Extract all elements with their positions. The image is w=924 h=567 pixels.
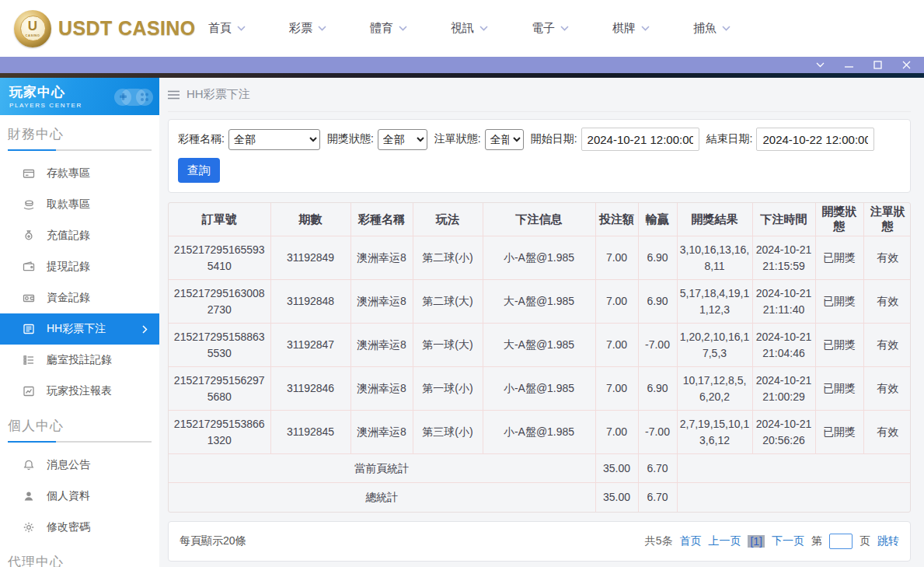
search-button[interactable]: 查詢: [178, 158, 220, 183]
cell-order-status: 有效: [863, 411, 911, 454]
cell-draw-status: 已開獎: [815, 324, 863, 367]
page-jump-input[interactable]: [829, 534, 853, 549]
sidebar-item-label: 玩家投注報表: [47, 384, 112, 398]
prev-page-link[interactable]: 上一页: [708, 534, 741, 548]
sidebar-item-profile[interactable]: 個人資料: [0, 481, 159, 512]
sidebar-item-player-bet-report[interactable]: 玩家投注報表: [0, 376, 159, 407]
wallet-icon: [23, 261, 35, 273]
sidebar-item-label: 個人資料: [47, 489, 90, 503]
order-status-select[interactable]: 全部: [485, 129, 524, 150]
lottery-type-select[interactable]: 全部: [228, 129, 320, 150]
jump-prefix-text: 第: [811, 534, 822, 548]
cell-draw-status: 已開獎: [815, 280, 863, 324]
order-status-label: 注單狀態:: [434, 132, 481, 146]
cell-period: 31192849: [270, 236, 350, 280]
sidebar-item-deposit[interactable]: 存款專區: [0, 158, 159, 189]
bets-table-card: 訂單號 期數 彩種名稱 玩法 下注信息 投注額 輸贏 開獎結果 下注時間 開獎狀…: [168, 202, 911, 513]
sidebar-item-label: 充值記錄: [47, 229, 90, 243]
nav-item-fishing[interactable]: 捕魚: [693, 21, 774, 36]
sidebar-item-change-password[interactable]: 修改密碼: [0, 512, 159, 543]
nav-item-sports[interactable]: 體育: [370, 21, 451, 36]
cell-draw-status: 已開獎: [815, 367, 863, 411]
next-page-link[interactable]: 下一页: [772, 534, 804, 548]
person-icon: [23, 490, 35, 502]
cell-bet-info: 小-A盤@1.985: [483, 367, 595, 411]
brand[interactable]: U CASINO USDT CASINO: [14, 10, 199, 47]
cell-bet-time: 2024-10-21 21:00:29: [752, 367, 815, 411]
table-header-row: 訂單號 期數 彩種名稱 玩法 下注信息 投注額 輸贏 開獎結果 下注時間 開獎狀…: [169, 203, 911, 236]
current-page-summary-row: 當前頁統計 35.00 6.70: [169, 454, 911, 483]
cell-period: 31192847: [270, 324, 350, 367]
nav-item-slots[interactable]: 電子: [532, 21, 612, 36]
total-count-text: 共5条: [645, 534, 673, 548]
chevron-down-icon: [816, 62, 825, 68]
end-date-input[interactable]: [756, 128, 874, 151]
nav-item-lottery[interactable]: 彩票: [289, 21, 370, 36]
draw-status-select[interactable]: 全部: [378, 129, 427, 150]
chevron-down-icon: [479, 26, 488, 31]
sidebar-item-hh-lottery-bets[interactable]: HH彩票下注: [0, 313, 159, 345]
first-page-link[interactable]: 首页: [679, 534, 701, 548]
start-date-label: 開始日期:: [531, 132, 577, 146]
cell-play-type: 第一球(小): [413, 367, 483, 411]
hand-coin-icon: [23, 198, 35, 211]
summary-empty: [677, 483, 911, 512]
sidebar-section-finance: 財務中心: [0, 115, 159, 143]
hamburger-menu-icon[interactable]: [168, 90, 180, 100]
cell-bet-time: 2024-10-21 21:11:40: [752, 280, 815, 324]
maximize-button[interactable]: [872, 60, 883, 71]
cell-order-no: 2152172951630082730: [169, 280, 270, 324]
cell-period: 31192845: [270, 411, 350, 454]
sidebar-item-announcements[interactable]: 消息公告: [0, 450, 159, 481]
cell-lottery-name: 澳洲幸运8: [350, 236, 413, 280]
sidebar-section-agent: 代理中心: [0, 543, 159, 567]
cell-win-loss: 6.90: [638, 236, 677, 280]
close-icon: [902, 61, 911, 69]
page-title: HH彩票下注: [187, 87, 250, 102]
summary-label: 當前頁統計: [169, 454, 595, 483]
cell-order-no: 2152172951538661320: [169, 411, 270, 454]
chevron-down-icon: [237, 26, 246, 31]
jump-button[interactable]: 跳转: [877, 534, 899, 548]
sidebar-item-label: HH彩票下注: [47, 322, 106, 336]
summary-win-loss-total: 6.70: [638, 483, 677, 512]
col-header-bet-info: 下注信息: [483, 203, 595, 236]
cell-order-status: 有效: [863, 236, 911, 280]
nav-item-live-video[interactable]: 視訊: [451, 21, 532, 36]
sidebar-item-funds-record[interactable]: 資金記錄: [0, 282, 159, 313]
nav-item-chess[interactable]: 棋牌: [612, 21, 693, 36]
start-date-input[interactable]: [581, 128, 699, 151]
cell-draw-result: 10,17,12,8,5,6,20,2: [677, 367, 752, 411]
lottery-bet-list-icon: [23, 323, 35, 335]
cell-draw-result: 3,10,16,13,16,8,11: [677, 236, 752, 280]
sidebar-item-withdrawal-record[interactable]: 提現記錄: [0, 251, 159, 282]
nav-item-home[interactable]: 首頁: [208, 21, 289, 36]
cell-lottery-name: 澳洲幸运8: [350, 411, 413, 454]
section-underline: [8, 149, 152, 151]
cell-play-type: 第二球(大): [413, 280, 483, 324]
minimize-button[interactable]: [843, 60, 854, 71]
col-header-win-loss: 輸贏: [638, 203, 677, 236]
logo-sub-text: CASINO: [25, 33, 40, 37]
col-header-draw-result: 開獎結果: [677, 203, 752, 236]
cell-order-no: 2152172951588635530: [169, 324, 270, 367]
current-page-indicator[interactable]: [1]: [748, 535, 765, 548]
summary-label: 總統計: [169, 483, 595, 512]
col-header-lottery-name: 彩種名稱: [350, 203, 413, 236]
chevron-down-icon: [641, 26, 650, 31]
sidebar-item-room-bet-record[interactable]: 廳室投註記錄: [0, 345, 159, 376]
sidebar-section-personal: 個人中心: [0, 407, 159, 435]
table-row: 2152172951588635530 31192847 澳洲幸运8 第一球(大…: [169, 324, 911, 367]
chevron-down-icon: [722, 26, 730, 31]
cell-lottery-name: 澳洲幸运8: [350, 280, 413, 324]
table-row: 2152172951655935410 31192849 澳洲幸运8 第二球(小…: [169, 236, 911, 280]
sidebar-item-recharge-record[interactable]: 充值記錄: [0, 220, 159, 251]
sidebar-item-label: 資金記錄: [47, 291, 90, 305]
close-button[interactable]: [901, 60, 912, 71]
titlebar-dropdown-button[interactable]: [814, 60, 825, 71]
summary-empty: [677, 454, 911, 483]
summary-bet-total: 35.00: [595, 454, 638, 483]
cell-win-loss: -7.00: [638, 411, 677, 454]
sidebar-item-label: 提現記錄: [47, 260, 90, 274]
sidebar-item-withdraw[interactable]: 取款專區: [0, 189, 159, 220]
